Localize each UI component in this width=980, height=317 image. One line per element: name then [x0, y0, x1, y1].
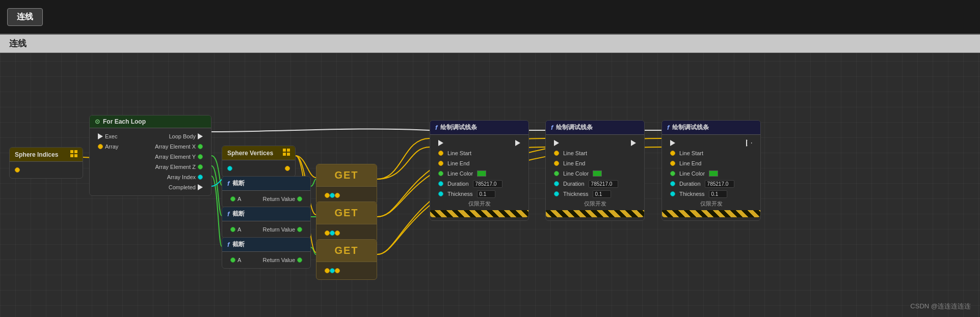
clamp3-ret: [297, 257, 302, 263]
foreach-header-label: For Each Loop: [103, 118, 146, 125]
breadcrumb-bar: 连线: [0, 35, 980, 53]
sv-out-pin: [285, 166, 290, 171]
clamp3-a-pin: A: [225, 255, 246, 265]
debug3-header: f 绘制调试线条: [662, 121, 760, 135]
d3-stripe: [662, 210, 760, 217]
clamp2-node: f 截断 A Return Value: [222, 207, 311, 238]
d1-exec-out: [515, 140, 520, 146]
svg-rect-3: [74, 154, 77, 157]
debug2-node: f 绘制调试线条 Line Start Line End Line Color …: [545, 120, 645, 221]
d2-thickness-value[interactable]: [593, 190, 611, 198]
clamp3-ret-pin: Return Value: [258, 255, 307, 265]
index-pin: [198, 175, 203, 180]
sphere-vertices-body: [222, 160, 295, 177]
d3-thickness-in: [670, 191, 675, 196]
debug2-header: f 绘制调试线条: [546, 121, 644, 135]
clamp2-a-pin: A: [225, 224, 246, 235]
sv-in-pin: [227, 166, 232, 171]
get2-header: GET: [316, 202, 377, 224]
d3-linecolor-in: [670, 171, 675, 176]
clamp3-label: 截断: [232, 240, 245, 249]
debug1-header-label: 绘制调试线条: [440, 123, 477, 132]
clamp2-a: [230, 227, 235, 232]
get2-out-pin: [335, 230, 340, 236]
d2-duration-in: [554, 181, 559, 186]
d2-exec-out: [631, 140, 636, 146]
d2-thickness-in: [554, 191, 559, 196]
d3-exec-in: [670, 140, 675, 146]
svg-rect-4: [283, 149, 286, 152]
clamp2-ret: [297, 227, 302, 232]
lianxian-button[interactable]: 连线: [7, 8, 43, 26]
get1-header: GET: [316, 164, 377, 187]
d2-linecolor-in: [554, 171, 559, 176]
clamp1-ret-pin: Return Value: [258, 194, 307, 204]
d1-thickness-value[interactable]: [477, 190, 495, 198]
d3-lineend-in: [670, 161, 675, 166]
d1-linecolor-in: [438, 171, 443, 176]
sphere-vertices-header: Sphere Vertices: [222, 146, 295, 160]
get1-idx-pin: [330, 193, 335, 198]
sphere-indices-body: [10, 162, 83, 178]
sphere-vertices-label: Sphere Vertices: [227, 150, 273, 157]
get2-idx-pin: [330, 230, 335, 236]
clamp2-header: f 截断: [222, 207, 310, 221]
d1-duration-in: [438, 181, 443, 186]
clamp1-node: f 截断 A Return Value: [222, 176, 311, 208]
foreach-body: Exec Array Loop Body Array Element X: [90, 128, 211, 195]
debug3-header-label: 绘制调试线条: [672, 123, 709, 132]
sphere-indices-label: Sphere Indices: [15, 151, 58, 158]
clamp3-body: A Return Value: [222, 252, 310, 268]
completed-pin: [198, 184, 203, 190]
top-bar: 连线: [0, 0, 980, 35]
d1-thickness-in: [438, 191, 443, 196]
elemz-pin: [198, 164, 203, 169]
sphere-indices-pin-row: [10, 165, 83, 175]
get2-node: GET: [316, 201, 377, 242]
clamp3-node: f 截断 A Return Value: [222, 237, 311, 269]
get3-out-pin: [335, 268, 340, 273]
debug1-header: f 绘制调试线条: [430, 121, 528, 135]
d2-duration-value[interactable]: [589, 180, 618, 188]
foreach-completed-out: Completed: [150, 182, 208, 192]
clamp1-header: f 截断: [222, 177, 310, 191]
d3-duration-in: [670, 181, 675, 186]
foreach-elemz-out: Array Element Z: [150, 162, 208, 172]
d2-stripe: [546, 210, 644, 217]
foreach-elemx-out: Array Element X: [150, 141, 208, 152]
elemx-pin: [198, 144, 203, 149]
foreach-header-icon: ⊙: [95, 118, 100, 125]
get1-node: GET: [316, 164, 377, 205]
foreach-elemy-out: Array Element Y: [150, 152, 208, 162]
clamp1-label: 截断: [232, 179, 245, 188]
sphere-indices-node: Sphere Indices: [9, 147, 83, 179]
foreach-loopbody-out: Loop Body: [150, 131, 208, 141]
svg-rect-5: [287, 149, 290, 152]
d3-duration-value[interactable]: [705, 180, 734, 188]
svg-rect-1: [74, 150, 77, 153]
loopbody-pin: [198, 133, 203, 139]
debug2-body: Line Start Line End Line Color Duration …: [546, 135, 644, 220]
clamp2-ret-pin: Return Value: [258, 224, 307, 235]
clamp1-a: [230, 196, 235, 201]
sphere-indices-header: Sphere Indices: [10, 148, 83, 162]
foreach-header: ⊙ For Each Loop: [90, 116, 211, 128]
debug2-header-label: 绘制调试线条: [556, 123, 593, 132]
array-in-pin: [98, 144, 103, 149]
clamp1-body: A Return Value: [222, 191, 310, 207]
svg-rect-0: [70, 150, 73, 153]
d1-linestart-in: [438, 151, 443, 156]
debug3-body: Line Start Line End Line Color Duration …: [662, 135, 760, 220]
d3-dev-label: 仅限开发: [662, 199, 760, 208]
d3-thickness-value[interactable]: [709, 190, 727, 198]
d1-duration-value[interactable]: [473, 180, 502, 188]
debug1-body: Line Start Line End Line Color Duration …: [430, 135, 528, 220]
d1-exec-in: [438, 140, 443, 146]
get1-arr-pin: [325, 193, 330, 198]
breadcrumb-text: 连线: [9, 38, 27, 49]
foreach-exec-in: Exec: [93, 131, 123, 141]
get3-idx-pin: [330, 268, 335, 273]
canvas-area: Sphere Indices ⊙ For Each Loop Exec: [0, 53, 980, 317]
d3-exec-out: [746, 139, 752, 147]
clamp2-label: 截断: [232, 210, 245, 218]
